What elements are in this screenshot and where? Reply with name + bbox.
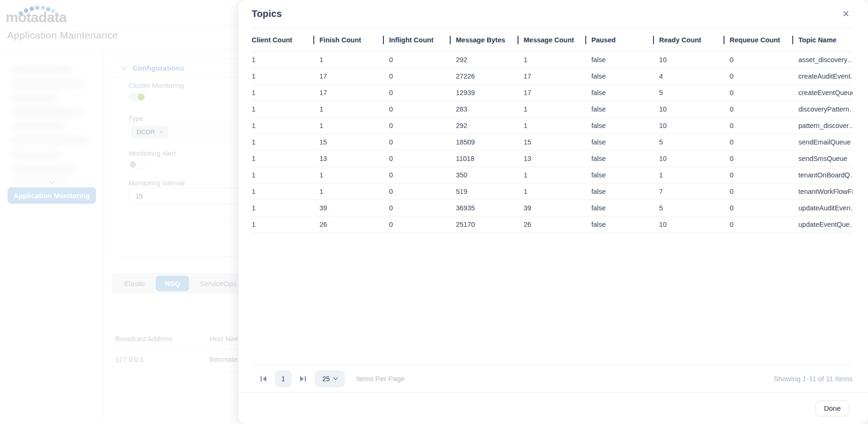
topics-modal: Topics ✕ Client Count Finish Count Infli… [239, 0, 868, 424]
cell-requeue-count: 0 [730, 56, 798, 64]
topic-row[interactable]: 1 13 0 11018 13 false 10 0 sendSmsQueue [252, 151, 852, 167]
spacer [239, 233, 868, 365]
column-header[interactable]: Finish Count [319, 36, 389, 44]
topic-row[interactable]: 1 1 0 283 1 false 10 0 discoveryPattern… [252, 101, 852, 118]
cell-ready-count: 10 [659, 122, 730, 129]
cell-inflight-count: 0 [389, 56, 456, 64]
column-header[interactable]: Message Bytes [456, 36, 524, 44]
column-header[interactable]: Ready Count [659, 36, 730, 44]
cell-client-count: 1 [252, 221, 319, 228]
first-page-icon[interactable] [260, 376, 267, 382]
cell-finish-count: 26 [319, 221, 389, 228]
cell-message-bytes: 25170 [456, 221, 524, 228]
cell-client-count: 1 [252, 89, 319, 96]
topics-table: Client Count Finish Count Inflight Count… [252, 28, 852, 233]
cell-client-count: 1 [252, 72, 319, 80]
topic-row[interactable]: 1 15 0 18509 15 false 5 0 sendEmailQueue [252, 134, 852, 151]
cell-inflight-count: 0 [389, 204, 456, 212]
topic-row[interactable]: 1 1 0 292 1 false 10 0 asset_discovery… [252, 52, 852, 68]
cell-ready-count: 4 [659, 72, 730, 80]
cell-requeue-count: 0 [730, 105, 798, 113]
modal-footer: Done [239, 392, 868, 424]
cell-paused: false [591, 89, 659, 96]
cell-requeue-count: 0 [730, 204, 798, 212]
cell-finish-count: 17 [319, 89, 389, 96]
cell-requeue-count: 0 [730, 72, 798, 80]
column-header[interactable]: Message Count [524, 36, 591, 44]
cell-message-count: 26 [524, 221, 591, 228]
modal-title: Topics [252, 8, 282, 19]
cell-client-count: 1 [252, 138, 319, 146]
cell-paused: false [591, 138, 659, 146]
cell-message-bytes: 18509 [456, 138, 524, 146]
cell-client-count: 1 [252, 188, 319, 195]
last-page-icon[interactable] [299, 376, 306, 382]
column-header[interactable]: Inflight Count [389, 36, 456, 44]
pagination-bar: 1 25 Items Per Page Showing 1-11 of 11 I… [252, 365, 852, 392]
cell-inflight-count: 0 [389, 72, 456, 80]
cell-finish-count: 15 [319, 138, 389, 146]
cell-requeue-count: 0 [730, 122, 798, 129]
done-button[interactable]: Done [815, 400, 849, 416]
cell-client-count: 1 [252, 105, 319, 113]
topics-table-header-row: Client Count Finish Count Inflight Count… [252, 28, 852, 52]
cell-topic-name: updateAuditEven… [798, 204, 852, 212]
topic-row[interactable]: 1 39 0 36935 39 false 5 0 updateAuditEve… [252, 200, 852, 216]
cell-inflight-count: 0 [389, 221, 456, 228]
cell-topic-name: updateEventQue… [798, 221, 852, 228]
cell-topic-name: tenantWorkFlowFi… [798, 188, 852, 195]
cell-finish-count: 39 [319, 204, 389, 212]
cell-inflight-count: 0 [389, 105, 456, 113]
page-size-select[interactable]: 25 [315, 370, 345, 387]
cell-message-count: 17 [524, 89, 591, 96]
cell-inflight-count: 0 [389, 188, 456, 195]
cell-paused: false [591, 122, 659, 129]
cell-client-count: 1 [252, 155, 319, 162]
column-header[interactable]: Client Count [252, 36, 319, 44]
cell-topic-name: sendSmsQueue [798, 155, 852, 162]
topic-row[interactable]: 1 17 0 12939 17 false 5 0 createEventQue… [252, 85, 852, 101]
cell-ready-count: 5 [659, 89, 730, 96]
cell-ready-count: 5 [659, 138, 730, 146]
topics-table-body: 1 1 0 292 1 false 10 0 asset_discovery… … [252, 52, 852, 233]
topic-row[interactable]: 1 1 0 350 1 false 1 0 tenantOnBoardQ… [252, 167, 852, 184]
cell-inflight-count: 0 [389, 122, 456, 129]
cell-inflight-count: 0 [389, 171, 456, 179]
cell-topic-name: createAuditEvent… [798, 72, 852, 80]
cell-requeue-count: 0 [730, 171, 798, 179]
column-header[interactable]: Topic Name [798, 36, 852, 44]
current-page-button[interactable]: 1 [275, 370, 292, 387]
cell-requeue-count: 0 [730, 155, 798, 162]
items-per-page-label: Items Per Page [356, 375, 405, 383]
cell-requeue-count: 0 [730, 221, 798, 228]
close-icon[interactable]: ✕ [839, 8, 852, 20]
topic-row[interactable]: 1 1 0 519 1 false 7 0 tenantWorkFlowFi… [252, 184, 852, 200]
cell-message-bytes: 519 [456, 188, 524, 195]
page-size-value: 25 [322, 375, 330, 383]
cell-message-bytes: 11018 [456, 155, 524, 162]
cell-topic-name: pattern_discover… [798, 122, 852, 129]
column-header[interactable]: Requeue Count [730, 36, 798, 44]
cell-message-bytes: 36935 [456, 204, 524, 212]
topic-row[interactable]: 1 1 0 292 1 false 10 0 pattern_discover… [252, 118, 852, 134]
cell-finish-count: 1 [319, 188, 389, 195]
topic-row[interactable]: 1 17 0 27226 17 false 4 0 createAuditEve… [252, 68, 852, 85]
cell-inflight-count: 0 [389, 138, 456, 146]
cell-message-bytes: 292 [456, 56, 524, 64]
cell-message-count: 1 [524, 105, 591, 113]
topic-row[interactable]: 1 26 0 25170 26 false 10 0 updateEventQu… [252, 216, 852, 233]
cell-message-count: 1 [524, 122, 591, 129]
cell-requeue-count: 0 [730, 138, 798, 146]
cell-message-bytes: 283 [456, 105, 524, 113]
cell-client-count: 1 [252, 122, 319, 129]
cell-finish-count: 13 [319, 155, 389, 162]
cell-ready-count: 10 [659, 56, 730, 64]
cell-message-count: 13 [524, 155, 591, 162]
cell-ready-count: 10 [659, 221, 730, 228]
cell-paused: false [591, 72, 659, 80]
cell-client-count: 1 [252, 171, 319, 179]
cell-finish-count: 1 [319, 105, 389, 113]
column-header[interactable]: Paused [591, 36, 659, 44]
cell-topic-name: asset_discovery… [798, 56, 852, 64]
showing-items-text: Showing 1-11 of 11 Items [773, 375, 852, 383]
